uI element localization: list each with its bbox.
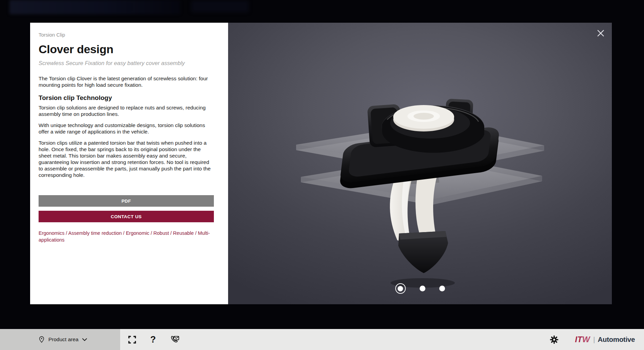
product-title: Clover design <box>39 43 214 56</box>
3d-viewer[interactable] <box>228 23 612 304</box>
tag-separator: / <box>169 230 173 236</box>
itw-automotive-logo: IT W | Automotive <box>575 335 635 344</box>
carousel-dot-2[interactable] <box>420 286 425 291</box>
product-3d-model[interactable] <box>228 23 612 304</box>
tag-separator: / <box>149 230 153 236</box>
itw-wordmark: IT W <box>575 335 590 344</box>
carousel-dot-1[interactable] <box>395 283 406 294</box>
technology-section-heading: Torsion clip Technology <box>39 94 214 102</box>
tag-separator: / <box>194 230 198 236</box>
technology-paragraph: Torsion clip solutions are designed to r… <box>39 104 214 117</box>
tag-link[interactable]: Ergonomics <box>39 230 65 236</box>
phone-mail-icon <box>170 334 180 345</box>
gear-icon <box>550 335 559 344</box>
tag-link[interactable]: Reusable <box>173 230 194 236</box>
tag-separator: / <box>65 230 68 236</box>
pdf-button[interactable]: PDF <box>39 195 214 207</box>
tag-separator: / <box>122 230 126 236</box>
tag-link[interactable]: Ergonomic <box>126 230 149 236</box>
settings-button[interactable] <box>550 335 559 344</box>
fullscreen-icon <box>128 335 137 344</box>
clip-white-insert <box>393 105 454 131</box>
technology-paragraph: Torsion clips utilize a patented torsion… <box>39 140 214 178</box>
close-icon <box>596 29 605 38</box>
contact-support-button[interactable] <box>170 334 180 345</box>
location-pin-icon <box>38 336 45 343</box>
carousel <box>228 283 612 294</box>
product-area-label: Product area <box>48 336 79 343</box>
contact-us-button[interactable]: CONTACT US <box>39 211 214 222</box>
background-artifact <box>9 0 180 14</box>
chevron-down-icon <box>81 336 88 343</box>
product-subtitle: Screwless Secure Fixation for easy batte… <box>39 60 214 66</box>
close-button[interactable] <box>596 28 606 38</box>
logo-divider: | <box>593 336 595 344</box>
product-category-label: Torsion Clip <box>39 32 214 38</box>
product-area-dropdown[interactable]: Product area <box>0 329 120 350</box>
product-modal: Torsion Clip Clover design Screwless Sec… <box>30 23 612 304</box>
background-artifact <box>191 1 249 12</box>
bottom-toolbar: Product area ? <box>0 329 644 350</box>
help-icon: ? <box>150 334 156 345</box>
carousel-dot-3[interactable] <box>439 286 445 291</box>
fullscreen-button[interactable] <box>128 335 137 344</box>
help-button[interactable]: ? <box>150 334 156 345</box>
tag-link[interactable]: Assembly time reduction <box>68 230 122 236</box>
product-intro-text: The Torsion clip Clover is the latest ge… <box>39 75 214 88</box>
product-info-panel: Torsion Clip Clover design Screwless Sec… <box>30 23 228 304</box>
technology-paragraph: With unique technology and customizable … <box>39 122 214 135</box>
tag-link[interactable]: Robust <box>153 230 169 236</box>
automotive-wordmark: Automotive <box>598 335 635 344</box>
carousel-dot-inner <box>398 286 403 291</box>
tags-list: Ergonomics / Assembly time reduction / E… <box>39 230 214 243</box>
